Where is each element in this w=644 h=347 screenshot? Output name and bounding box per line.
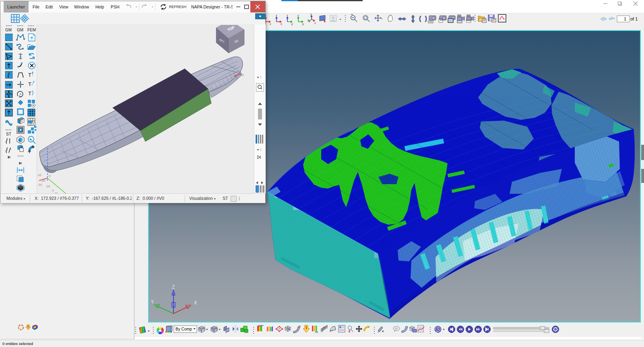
svg-text:y: y	[308, 18, 309, 22]
svg-text:1: 1	[624, 16, 626, 21]
svg-text:Y: Y	[151, 300, 154, 305]
svg-text:GM: GM	[17, 28, 23, 32]
svg-text:X: X	[194, 300, 197, 306]
svg-text:T: T	[28, 90, 31, 97]
svg-text:z: z	[310, 13, 312, 16]
svg-text:0: 0	[49, 174, 51, 178]
svg-text:z: z	[287, 14, 288, 17]
svg-text:x: x	[281, 23, 282, 25]
svg-text:-10: -10	[41, 179, 45, 183]
svg-text:0: 0	[236, 76, 238, 80]
svg-text:T: T	[28, 81, 31, 87]
svg-text:By Comp: By Comp	[175, 327, 192, 331]
svg-text:z: z	[297, 14, 299, 17]
svg-text:GM: GM	[5, 28, 12, 32]
svg-text:40: 40	[240, 73, 244, 77]
svg-text:-10: -10	[37, 173, 41, 177]
svg-text:x: x	[270, 23, 271, 25]
svg-text:y: y	[302, 23, 304, 26]
svg-text:y: y	[291, 23, 293, 26]
svg-text:FEM: FEM	[27, 28, 36, 32]
svg-text:x: x	[382, 329, 384, 333]
svg-text:Z: Z	[172, 285, 175, 290]
svg-text:of 1: of 1	[630, 16, 638, 21]
svg-text:z: z	[276, 14, 277, 17]
svg-text:-20: -20	[45, 185, 50, 188]
svg-text:-10: -10	[37, 183, 42, 187]
svg-text:T: T	[28, 72, 31, 78]
svg-text:vx: vx	[315, 331, 318, 333]
svg-text:ST: ST	[6, 132, 11, 136]
svg-text:x: x	[314, 22, 316, 25]
